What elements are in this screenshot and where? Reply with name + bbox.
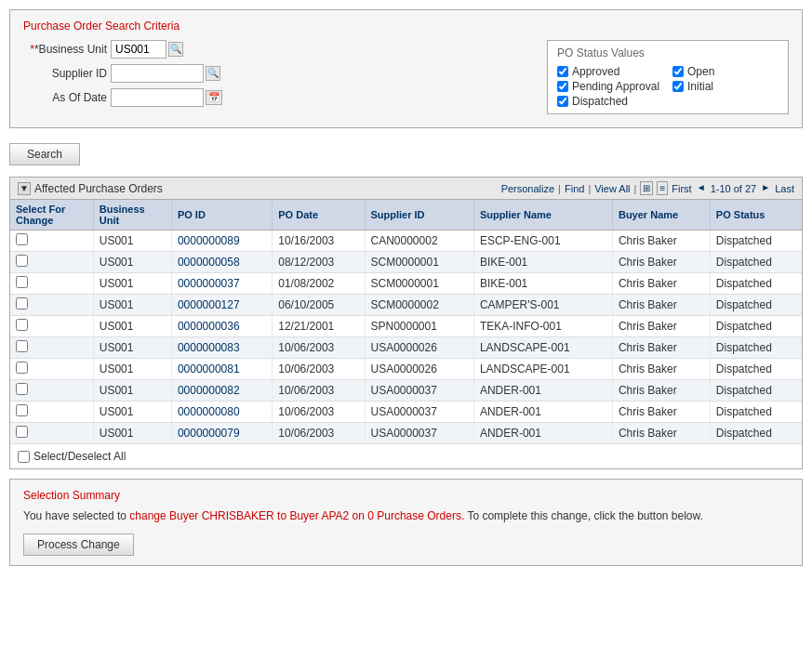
search-button[interactable]: Search bbox=[9, 143, 80, 165]
cell-po-status-9: Dispatched bbox=[710, 423, 802, 444]
col-header-business-unit: BusinessUnit bbox=[93, 200, 171, 231]
personalize-link[interactable]: Personalize bbox=[501, 183, 554, 194]
po-status-initial-checkbox[interactable] bbox=[672, 81, 684, 92]
cell-supplier-name-2: BIKE-001 bbox=[473, 273, 612, 295]
cell-po-status-3: Dispatched bbox=[710, 295, 802, 316]
po-id-link-2[interactable]: 0000000037 bbox=[178, 277, 240, 290]
col-header-supplier-id: Supplier ID bbox=[365, 200, 473, 231]
po-id-link-4[interactable]: 0000000036 bbox=[178, 320, 240, 333]
po-id-link-0[interactable]: 0000000089 bbox=[178, 234, 240, 247]
row-checkbox-7[interactable] bbox=[16, 383, 28, 395]
cell-supplier-id-0: CAN0000002 bbox=[365, 231, 473, 252]
cell-select-2 bbox=[10, 273, 93, 295]
supplier-id-label: Supplier ID bbox=[23, 67, 107, 80]
selection-summary-panel: Selection Summary You have selected to c… bbox=[9, 479, 803, 566]
business-unit-row: **Business Unit 🔍 bbox=[23, 40, 528, 59]
po-status-approved-label: Approved bbox=[572, 65, 619, 78]
po-id-link-7[interactable]: 0000000082 bbox=[178, 384, 240, 397]
cell-supplier-name-8: ANDER-001 bbox=[473, 402, 612, 423]
po-status-open-label: Open bbox=[687, 65, 714, 78]
criteria-left: **Business Unit 🔍 Supplier ID 🔍 As Of Da… bbox=[23, 40, 528, 114]
as-of-date-calendar-icon[interactable]: 📅 bbox=[206, 90, 222, 105]
po-status-title: PO Status Values bbox=[557, 46, 779, 59]
cell-po-id-2: 0000000037 bbox=[171, 273, 272, 295]
po-id-link-6[interactable]: 0000000081 bbox=[178, 362, 240, 376]
supplier-id-lookup-icon[interactable]: 🔍 bbox=[206, 66, 220, 81]
cell-business-unit-0: US001 bbox=[93, 231, 171, 252]
cell-business-unit-3: US001 bbox=[93, 295, 171, 316]
cell-business-unit-5: US001 bbox=[93, 337, 171, 359]
table-row: US001 0000000079 10/06/2003 USA0000037 A… bbox=[10, 423, 802, 444]
po-id-link-1[interactable]: 0000000058 bbox=[178, 256, 240, 269]
col-header-supplier-name: Supplier Name bbox=[473, 200, 612, 231]
cell-select-1 bbox=[10, 252, 93, 273]
affected-po-nav: Personalize | Find | View All | ⊞ ≡ Firs… bbox=[501, 181, 794, 195]
selection-summary-title: Selection Summary bbox=[23, 489, 789, 502]
affected-po-header: ▼ Affected Purchase Orders Personalize |… bbox=[10, 178, 802, 200]
cell-po-id-7: 0000000082 bbox=[171, 380, 272, 402]
cell-po-id-8: 0000000080 bbox=[171, 402, 272, 423]
cell-po-id-9: 0000000079 bbox=[171, 423, 272, 444]
col-header-po-date: PO Date bbox=[273, 200, 365, 231]
supplier-id-input[interactable] bbox=[111, 64, 204, 83]
row-checkbox-1[interactable] bbox=[16, 255, 28, 267]
last-label[interactable]: Last bbox=[775, 183, 794, 194]
business-unit-lookup-icon[interactable]: 🔍 bbox=[168, 42, 183, 57]
summary-prefix: You have selected to bbox=[23, 509, 129, 522]
po-id-link-5[interactable]: 0000000083 bbox=[178, 341, 240, 354]
cell-supplier-name-4: TEKA-INFO-001 bbox=[473, 316, 612, 337]
po-status-dispatched-checkbox[interactable] bbox=[557, 96, 568, 107]
po-status-open-checkbox[interactable] bbox=[672, 66, 684, 77]
row-checkbox-2[interactable] bbox=[16, 276, 28, 288]
cell-supplier-id-2: SCM0000001 bbox=[365, 273, 473, 295]
po-id-link-9[interactable]: 0000000079 bbox=[178, 427, 240, 440]
row-checkbox-3[interactable] bbox=[16, 297, 28, 310]
search-btn-row: Search bbox=[9, 138, 803, 171]
cell-business-unit-7: US001 bbox=[93, 380, 171, 402]
table-row: US001 0000000036 12/21/2001 SPN0000001 T… bbox=[10, 316, 802, 337]
po-status-pending-label: Pending Approval bbox=[572, 80, 659, 93]
collapse-icon[interactable]: ▼ bbox=[18, 182, 31, 195]
business-unit-input[interactable] bbox=[111, 40, 166, 59]
row-checkbox-4[interactable] bbox=[16, 319, 28, 331]
next-nav-btn[interactable]: ► bbox=[759, 182, 772, 195]
po-status-pending-checkbox[interactable] bbox=[557, 81, 568, 92]
row-checkbox-6[interactable] bbox=[16, 362, 28, 374]
row-checkbox-5[interactable] bbox=[16, 340, 28, 352]
cell-business-unit-9: US001 bbox=[93, 423, 171, 444]
cell-supplier-id-7: USA0000037 bbox=[365, 380, 473, 402]
cell-supplier-name-9: ANDER-001 bbox=[473, 423, 612, 444]
cell-po-status-8: Dispatched bbox=[710, 402, 802, 423]
process-change-button[interactable]: Process Change bbox=[23, 534, 134, 556]
cell-po-status-4: Dispatched bbox=[710, 316, 802, 337]
cell-select-3 bbox=[10, 295, 93, 316]
cell-po-status-6: Dispatched bbox=[710, 359, 802, 380]
cell-po-date-8: 10/06/2003 bbox=[273, 402, 365, 423]
row-checkbox-0[interactable] bbox=[16, 233, 28, 245]
affected-po-title-container: ▼ Affected Purchase Orders bbox=[18, 182, 163, 195]
cell-po-id-1: 0000000058 bbox=[171, 252, 272, 273]
prev-nav-btn[interactable]: ◄ bbox=[695, 182, 708, 195]
cell-select-9 bbox=[10, 423, 93, 444]
cell-po-date-0: 10/16/2003 bbox=[273, 231, 365, 252]
business-unit-label: **Business Unit bbox=[23, 43, 107, 56]
cell-po-date-9: 10/06/2003 bbox=[273, 423, 365, 444]
first-label[interactable]: First bbox=[672, 183, 691, 194]
list-icon[interactable]: ≡ bbox=[657, 181, 668, 195]
as-of-date-input[interactable] bbox=[111, 88, 204, 107]
cell-supplier-id-9: USA0000037 bbox=[365, 423, 473, 444]
po-id-link-8[interactable]: 0000000080 bbox=[178, 405, 240, 418]
po-status-approved-checkbox[interactable] bbox=[557, 66, 568, 77]
table-row: US001 0000000058 08/12/2003 SCM0000001 B… bbox=[10, 252, 802, 273]
row-checkbox-8[interactable] bbox=[16, 404, 28, 416]
grid-icon[interactable]: ⊞ bbox=[640, 181, 653, 195]
cell-supplier-id-5: USA0000026 bbox=[365, 337, 473, 359]
find-link[interactable]: Find bbox=[565, 183, 584, 194]
affected-po-panel: ▼ Affected Purchase Orders Personalize |… bbox=[9, 177, 803, 469]
table-row: US001 0000000127 06/10/2005 SCM0000002 C… bbox=[10, 295, 802, 316]
po-id-link-3[interactable]: 0000000127 bbox=[178, 298, 240, 311]
select-deselect-all-checkbox[interactable] bbox=[18, 451, 30, 463]
view-all-link[interactable]: View All bbox=[594, 183, 630, 194]
cell-buyer-name-6: Chris Baker bbox=[612, 359, 710, 380]
row-checkbox-9[interactable] bbox=[16, 426, 28, 438]
